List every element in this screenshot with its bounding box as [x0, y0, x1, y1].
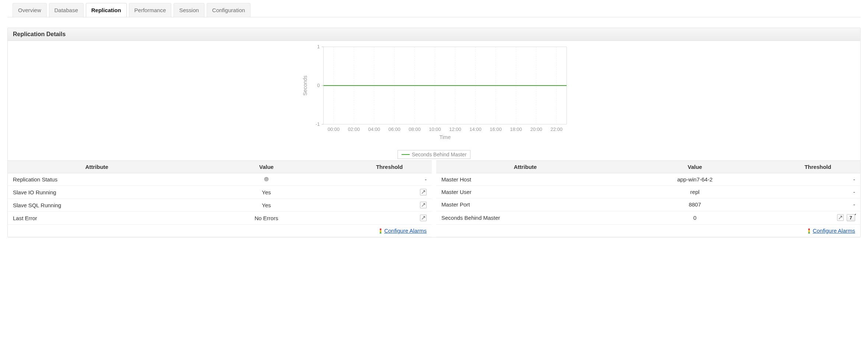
table-row: Replication Status- — [8, 173, 432, 186]
svg-text:00:00: 00:00 — [328, 126, 340, 132]
popout-icon[interactable] — [837, 214, 844, 221]
right-value-3: 0 — [614, 211, 775, 224]
svg-text:20:00: 20:00 — [530, 126, 542, 132]
panel-title: Replication Details — [8, 28, 860, 41]
svg-text:04:00: 04:00 — [368, 126, 380, 132]
left-attr-2: Slave SQL Running — [8, 199, 186, 212]
table-row: Slave SQL RunningYes — [8, 199, 432, 212]
svg-text:10:00: 10:00 — [429, 126, 441, 132]
table-row: Master Hostapp-win7-64-2- — [436, 173, 860, 186]
right-attr-3: Seconds Behind Master — [436, 211, 614, 224]
left-thr-3 — [347, 212, 432, 225]
left-header-2: Threshold — [347, 161, 432, 173]
svg-point-34 — [380, 230, 382, 232]
legend-line-icon — [402, 154, 410, 155]
svg-text:18:00: 18:00 — [510, 126, 522, 132]
tab-configuration[interactable]: Configuration — [207, 3, 251, 17]
right-header-2: Threshold — [776, 161, 860, 173]
tab-performance[interactable]: Performance — [129, 3, 172, 17]
right-value-1: repl — [614, 186, 775, 198]
chart-area: 00:0002:0004:0006:0008:0010:0012:0014:00… — [8, 41, 860, 149]
left-attr-0: Replication Status — [8, 173, 186, 186]
tab-database[interactable]: Database — [49, 3, 84, 17]
left-thr-0: - — [347, 173, 432, 186]
alarm-icon — [807, 228, 811, 233]
replication-panel: Replication Details 00:0002:0004:0006:00… — [7, 28, 861, 237]
configure-alarms-link[interactable]: Configure Alarms — [384, 228, 427, 234]
right-attr-0: Master Host — [436, 173, 614, 186]
svg-text:Seconds: Seconds — [302, 76, 308, 96]
threshold-badge[interactable]: 7 — [847, 214, 855, 221]
tabs-bar: OverviewDatabaseReplicationPerformanceSe… — [7, 3, 861, 17]
tab-overview[interactable]: Overview — [13, 3, 47, 17]
svg-text:1: 1 — [317, 44, 320, 49]
svg-text:16:00: 16:00 — [490, 126, 502, 132]
svg-text:08:00: 08:00 — [409, 126, 421, 132]
popout-icon[interactable] — [420, 202, 427, 208]
tab-session[interactable]: Session — [174, 3, 204, 17]
configure-alarms-link[interactable]: Configure Alarms — [813, 228, 855, 234]
svg-point-38 — [808, 232, 810, 233]
right-attr-2: Master Port — [436, 198, 614, 211]
left-table: AttributeValueThresholdReplication Statu… — [8, 160, 432, 237]
svg-point-35 — [380, 232, 382, 233]
svg-text:02:00: 02:00 — [348, 126, 360, 132]
right-thr-0: - — [776, 173, 860, 186]
right-thr-2: - — [776, 198, 860, 211]
tables-row: AttributeValueThresholdReplication Statu… — [8, 160, 860, 237]
table-row: Seconds Behind Master07 — [436, 211, 860, 224]
svg-text:14:00: 14:00 — [469, 126, 482, 132]
right-thr-3: 7 — [776, 211, 860, 224]
table-row: Master Port8807- — [436, 198, 860, 211]
svg-text:22:00: 22:00 — [550, 126, 563, 132]
right-thr-1: - — [776, 186, 860, 198]
right-table: AttributeValueThresholdMaster Hostapp-wi… — [436, 160, 860, 237]
left-attr-3: Last Error — [8, 212, 186, 225]
svg-point-37 — [808, 230, 810, 232]
left-attr-1: Slave IO Running — [8, 186, 186, 199]
svg-text:0: 0 — [317, 83, 320, 88]
table-row: Master Userrepl- — [436, 186, 860, 198]
right-header-0: Attribute — [436, 161, 614, 173]
svg-text:12:00: 12:00 — [449, 126, 461, 132]
chart-legend: Seconds Behind Master — [398, 150, 471, 159]
left-value-3: No Errors — [186, 212, 347, 225]
left-value-2: Yes — [186, 199, 347, 212]
table-row: Slave IO RunningYes — [8, 186, 432, 199]
left-value-0 — [186, 173, 347, 186]
seconds-behind-chart: 00:0002:0004:0006:0008:0010:0012:0014:00… — [298, 43, 570, 146]
svg-text:-1: -1 — [315, 121, 320, 127]
svg-text:06:00: 06:00 — [388, 126, 400, 132]
table-row: Last ErrorNo Errors — [8, 212, 432, 225]
status-dot-icon — [264, 177, 269, 181]
svg-point-33 — [380, 229, 382, 230]
popout-icon[interactable] — [420, 189, 427, 195]
right-value-2: 8807 — [614, 198, 775, 211]
left-header-0: Attribute — [8, 161, 186, 173]
alarm-icon — [378, 228, 383, 233]
tab-replication[interactable]: Replication — [86, 3, 127, 17]
left-thr-2 — [347, 199, 432, 212]
configure-row: Configure Alarms — [436, 224, 860, 237]
left-value-1: Yes — [186, 186, 347, 199]
left-thr-1 — [347, 186, 432, 199]
right-attr-1: Master User — [436, 186, 614, 198]
svg-point-36 — [808, 228, 810, 230]
popout-icon[interactable] — [420, 215, 427, 221]
configure-row: Configure Alarms — [8, 225, 432, 237]
right-value-0: app-win7-64-2 — [614, 173, 775, 186]
right-header-1: Value — [614, 161, 775, 173]
svg-text:Time: Time — [440, 134, 451, 140]
legend-series-label: Seconds Behind Master — [412, 152, 467, 157]
left-header-1: Value — [186, 161, 347, 173]
